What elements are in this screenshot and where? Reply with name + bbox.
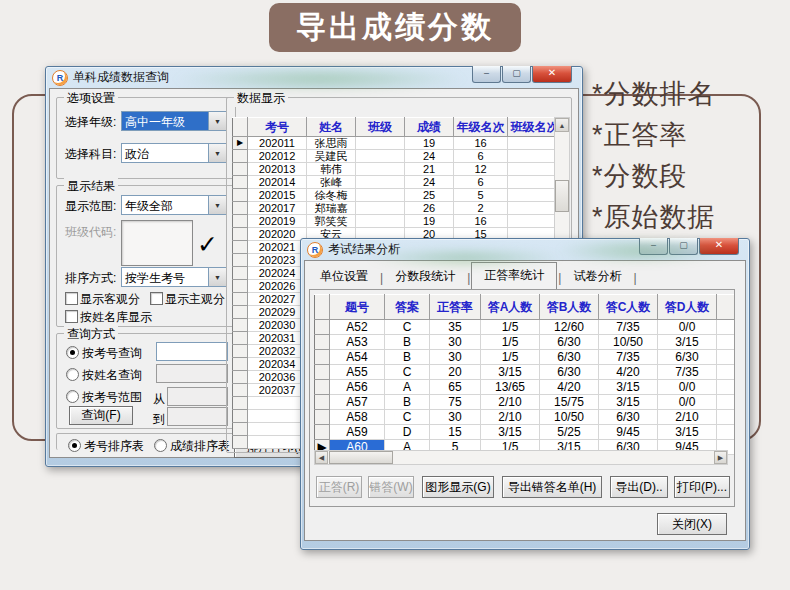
query-by-range-radio[interactable] [66,390,79,403]
table-row[interactable]: A56A6513/654/203/150/0 [315,380,736,395]
table-row[interactable]: A59D153/155/259/453/15 [315,425,736,440]
table-row[interactable]: 202017郑瑞嘉262 [233,202,562,215]
column-header[interactable]: 班级 [356,118,405,137]
namebank-checkbox[interactable] [65,310,78,323]
chevron-down-icon[interactable]: ▼ [208,112,226,130]
examno-table-radio[interactable] [68,439,81,452]
tab-4[interactable]: 试卷分析 [562,265,632,289]
column-header[interactable]: 答案 [385,295,430,320]
row-selector[interactable] [233,267,248,280]
column-header[interactable]: 答C人数 [599,295,658,320]
table-row[interactable]: A54B301/56/307/356/30 [315,350,736,365]
row-selector[interactable] [233,332,248,345]
table-row[interactable]: A53B301/56/3010/503/15 [315,335,736,350]
row-selector[interactable] [233,202,248,215]
subjective-checkbox[interactable] [150,292,163,305]
row-selector[interactable] [233,371,248,384]
column-header[interactable]: 成绩 [405,118,454,137]
query-by-examno-radio[interactable] [66,346,79,359]
table-row[interactable]: A55C203/156/304/207/35 [315,365,736,380]
sort-select[interactable]: 按学生考号 ▼ [121,267,227,287]
maximize-icon[interactable]: ▢ [502,66,531,83]
close-icon[interactable]: ✕ [532,66,572,83]
table-row[interactable]: 202015徐冬梅255 [233,189,562,202]
row-selector[interactable] [233,436,248,449]
minimize-icon[interactable]: – [472,66,501,83]
row-selector[interactable] [233,189,248,202]
column-header[interactable]: 答A人数 [481,295,540,320]
query-by-name-radio[interactable] [66,368,79,381]
table-row[interactable]: A52C351/512/607/350/0 [315,320,736,335]
graph-display-button[interactable]: 图形显示(G) [422,476,494,498]
close-window-button[interactable]: 关闭(X) [657,513,727,535]
row-selector[interactable] [233,358,248,371]
row-selector[interactable] [233,176,248,189]
row-selector[interactable] [233,345,248,358]
row-selector[interactable] [315,380,330,395]
maximize-icon[interactable]: ▢ [669,238,698,255]
column-header[interactable]: 考号 [248,118,307,137]
subject-select[interactable]: 政治 ▼ [121,143,227,163]
tab-3[interactable]: 正答率统计 [471,262,557,290]
table-row[interactable]: 202014张峰246 [233,176,562,189]
row-selector[interactable] [233,384,248,397]
row-selector[interactable] [233,163,248,176]
row-selector[interactable] [315,350,330,365]
table-row[interactable]: 202019郭笑笑1916 [233,215,562,228]
range-from-input[interactable] [167,387,228,406]
row-selector[interactable] [233,293,248,306]
table-row[interactable]: A58C302/1010/506/302/10 [315,410,736,425]
column-header[interactable]: 姓名 [307,118,356,137]
row-selector[interactable] [315,410,330,425]
tab-2[interactable]: 分数段统计 [384,265,466,289]
scroll-up-icon[interactable]: ▲ [555,118,569,132]
scroll-right-icon[interactable]: ▶ [714,451,727,464]
row-selector[interactable] [233,150,248,163]
chevron-down-icon[interactable]: ▼ [208,196,226,214]
tab-1[interactable]: 单位设置 [309,265,379,289]
class-code-box[interactable] [121,220,193,266]
scroll-left-icon[interactable]: ◀ [315,451,328,464]
window2-titlebar[interactable]: R 考试结果分析 – ▢ ✕ [304,239,746,260]
table-row[interactable]: 202013韩伟2112 [233,163,562,176]
grade-select[interactable]: 高中一年级 ▼ [121,111,227,131]
minimize-icon[interactable]: – [639,238,668,255]
row-selector[interactable] [315,425,330,440]
row-selector[interactable] [315,365,330,380]
row-selector[interactable] [233,423,248,436]
table-row[interactable]: ▶202011张思雨1916 [233,137,562,150]
row-selector[interactable] [233,280,248,293]
objective-checkbox[interactable] [65,292,78,305]
column-header[interactable]: 正答率 [430,295,481,320]
export-button[interactable]: 导出(D).. [610,476,668,498]
score-table-radio[interactable] [154,439,167,452]
row-selector[interactable] [233,410,248,423]
range-select[interactable]: 年级全部 ▼ [121,195,227,215]
row-selector[interactable] [233,241,248,254]
row-selector[interactable] [233,319,248,332]
row-selector[interactable] [233,228,248,241]
row-selector[interactable]: ▶ [233,137,248,150]
close-icon[interactable]: ✕ [699,238,739,255]
chevron-down-icon[interactable]: ▼ [208,144,226,162]
scrollbar-thumb[interactable] [329,451,393,464]
row-selector[interactable] [315,395,330,410]
range-to-input[interactable] [167,407,228,426]
column-header[interactable]: 题号 [330,295,385,320]
examno-input[interactable] [156,342,228,361]
column-header[interactable]: 答B人数 [540,295,599,320]
row-selector[interactable] [233,215,248,228]
export-wrong-list-button[interactable]: 导出错答名单(H) [502,476,602,498]
row-selector[interactable] [315,335,330,350]
row-selector[interactable] [233,397,248,410]
column-header[interactable]: 答D人数 [658,295,717,320]
table-row[interactable]: A57B752/1015/753/150/0 [315,395,736,410]
print-button[interactable]: 打印(P)... [674,476,730,498]
row-selector[interactable] [315,320,330,335]
table-row[interactable]: 202012吴建民246 [233,150,562,163]
row-selector[interactable] [233,306,248,319]
window1-titlebar[interactable]: R 单科成绩数据查询 – ▢ ✕ [49,67,579,88]
query-button[interactable]: 查询(F) [69,406,133,425]
name-input[interactable] [156,364,228,383]
horizontal-scrollbar[interactable]: ◀ ▶ [314,450,728,465]
